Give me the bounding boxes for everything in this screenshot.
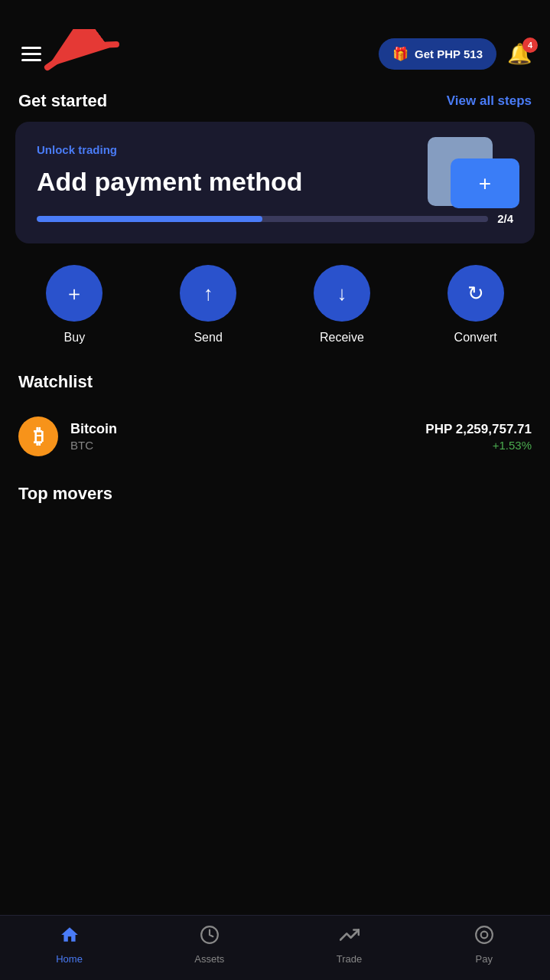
- view-all-steps-button[interactable]: View all steps: [447, 93, 532, 109]
- progress-bar: [37, 216, 488, 222]
- send-action[interactable]: ↑ Send: [180, 265, 236, 345]
- nav-pay[interactable]: Pay: [459, 925, 509, 965]
- watchlist-title: Watchlist: [18, 372, 93, 392]
- send-label: Send: [194, 331, 222, 345]
- convert-label: Convert: [454, 331, 497, 345]
- notifications-button[interactable]: 🔔 4: [507, 42, 532, 66]
- home-nav-label: Home: [56, 953, 83, 965]
- promo-button[interactable]: 🎁 Get PHP 513: [379, 38, 496, 70]
- coin-change: +1.53%: [425, 439, 532, 452]
- bitcoin-icon: ₿: [18, 416, 58, 456]
- nav-trade[interactable]: Trade: [321, 925, 377, 965]
- send-icon: ↑: [203, 282, 213, 305]
- watchlist-header: Watchlist: [0, 363, 550, 403]
- trade-nav-label: Trade: [337, 953, 362, 965]
- assets-nav-label: Assets: [194, 953, 224, 965]
- receive-label: Receive: [320, 331, 364, 345]
- coin-price: PHP 2,259,757.71: [425, 422, 532, 437]
- card-illustration-front: +: [451, 158, 519, 208]
- receive-action[interactable]: ↓ Receive: [314, 265, 370, 345]
- svg-point-2: [476, 926, 493, 943]
- card-title: Add payment method: [37, 167, 323, 197]
- receive-button[interactable]: ↓: [314, 265, 370, 322]
- progress-fill: [37, 216, 262, 222]
- coin-name: Bitcoin: [70, 421, 413, 437]
- convert-button[interactable]: ↻: [447, 265, 504, 322]
- plus-icon: +: [479, 172, 491, 196]
- buy-action[interactable]: ＋ Buy: [46, 265, 103, 345]
- nav-assets[interactable]: Assets: [179, 925, 239, 965]
- menu-button[interactable]: [18, 44, 44, 64]
- trade-icon: [340, 925, 360, 949]
- nav-home[interactable]: Home: [41, 925, 98, 965]
- gift-icon: 🎁: [392, 46, 408, 62]
- watchlist-section: Watchlist ₿ Bitcoin BTC PHP 2,259,757.71…: [0, 357, 550, 476]
- bottom-nav: Home Assets Trade Pay: [0, 915, 550, 980]
- header-right: 🎁 Get PHP 513 🔔 4: [379, 38, 532, 70]
- coin-symbol: BTC: [70, 439, 413, 452]
- home-icon: [60, 925, 80, 949]
- top-movers-title: Top movers: [0, 476, 550, 516]
- watchlist-item[interactable]: ₿ Bitcoin BTC PHP 2,259,757.71 +1.53%: [0, 403, 550, 470]
- progress-text: 2/4: [497, 212, 513, 225]
- progress-row: 2/4: [37, 212, 513, 225]
- receive-icon: ↓: [337, 282, 347, 305]
- header: 🎁 Get PHP 513 🔔 4: [0, 0, 550, 82]
- get-started-title: Get started: [18, 91, 107, 111]
- notification-badge: 4: [522, 38, 538, 53]
- promo-label: Get PHP 513: [415, 47, 483, 60]
- svg-point-3: [480, 932, 487, 939]
- send-button[interactable]: ↑: [180, 265, 236, 322]
- buy-label: Buy: [64, 331, 86, 345]
- onboarding-card[interactable]: Unlock trading Add payment method + 2/4: [15, 122, 535, 243]
- coin-info: Bitcoin BTC: [70, 421, 413, 452]
- coin-price-column: PHP 2,259,757.71 +1.53%: [425, 422, 532, 452]
- arrow-indicator: [32, 29, 124, 90]
- assets-icon: [200, 925, 220, 949]
- buy-button[interactable]: ＋: [46, 265, 103, 322]
- pay-icon: [474, 925, 494, 949]
- actions-row: ＋ Buy ↑ Send ↓ Receive ↻ Convert: [0, 243, 550, 357]
- convert-icon: ↻: [467, 282, 484, 305]
- buy-icon: ＋: [64, 280, 84, 307]
- convert-action[interactable]: ↻ Convert: [447, 265, 504, 345]
- pay-nav-label: Pay: [476, 953, 493, 965]
- get-started-header: Get started View all steps: [0, 82, 550, 122]
